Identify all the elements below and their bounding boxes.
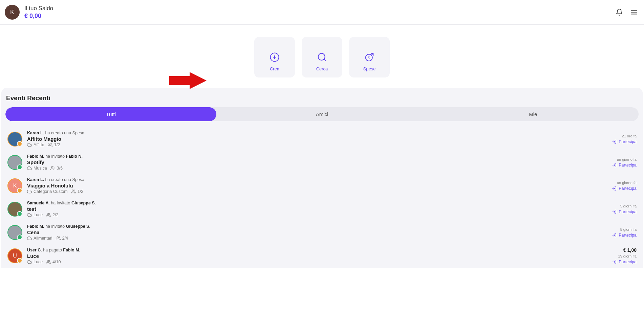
event-category-label: Musica xyxy=(34,166,47,171)
expenses-label: Spese xyxy=(363,66,376,71)
join-icon xyxy=(612,139,617,144)
event-category: Affitto xyxy=(27,142,44,147)
event-actor: Karen L. xyxy=(27,131,45,135)
event-actor: Fabio M. xyxy=(27,154,45,159)
event-activity-line: Fabio M. ha invitato Fabio N. xyxy=(27,154,607,159)
balance-block: Il tuo Saldo € 0,00 xyxy=(24,5,53,20)
cloud-icon xyxy=(27,142,32,147)
event-body: User C. ha pagato Fabio M. Luce Luce 4/1… xyxy=(27,248,607,264)
users-icon xyxy=(50,166,55,171)
event-meta: Luce 4/10 xyxy=(27,260,607,264)
event-target: Fabio N. xyxy=(66,154,83,159)
event-time: un giorno fa xyxy=(617,181,637,185)
expenses-icon: $ xyxy=(364,52,374,62)
cloud-icon xyxy=(27,189,32,194)
event-body: Fabio M. ha invitato Fabio N. Spotify Mu… xyxy=(27,154,607,171)
event-list: Karen L. ha creato una Spesa Affitto Mag… xyxy=(5,127,639,268)
status-badge-icon xyxy=(17,235,22,240)
expenses-card[interactable]: $ Spese xyxy=(349,37,390,77)
join-icon xyxy=(612,209,617,214)
tab-all[interactable]: Tutti xyxy=(5,107,216,121)
event-category: Categoria Custom xyxy=(27,189,68,194)
event-row[interactable]: Samuele A. ha invitato Giuseppe S. test … xyxy=(5,197,639,221)
event-body: Karen L. ha creato una Spesa Viaggio a H… xyxy=(27,177,607,194)
event-category-label: Luce xyxy=(34,260,43,264)
event-body: Karen L. ha creato una Spesa Affitto Mag… xyxy=(27,131,607,147)
event-avatar-letter: K xyxy=(13,183,17,189)
status-badge-icon xyxy=(17,141,22,147)
event-meta: Categoria Custom 1/2 xyxy=(27,189,607,194)
event-avatar: U xyxy=(7,248,22,263)
join-icon xyxy=(612,186,617,191)
join-label: Partecipa xyxy=(619,260,637,264)
recent-events-section: Eventi Recenti Tutti Amici Mie Karen L. … xyxy=(1,88,643,268)
event-avatar xyxy=(7,202,22,217)
user-avatar[interactable]: K xyxy=(5,5,20,20)
event-avatar: K xyxy=(7,178,22,193)
users-icon xyxy=(46,213,51,217)
join-button[interactable]: Partecipa xyxy=(612,186,637,191)
event-body: Fabio M. ha invitato Giuseppe S. Cena Al… xyxy=(27,224,607,241)
header-left: K Il tuo Saldo € 0,00 xyxy=(5,5,53,20)
event-row[interactable]: U User C. ha pagato Fabio M. Luce Luce 4… xyxy=(5,244,639,268)
header-right xyxy=(616,8,638,16)
search-label: Cerca xyxy=(316,66,328,71)
event-count: 3/5 xyxy=(57,166,63,171)
join-label: Partecipa xyxy=(619,139,637,144)
event-row[interactable]: Fabio M. ha invitato Giuseppe S. Cena Al… xyxy=(5,221,639,244)
search-card[interactable]: Cerca xyxy=(302,37,342,77)
event-row[interactable]: Karen L. ha creato una Spesa Affitto Mag… xyxy=(5,127,639,151)
event-count: 1/2 xyxy=(54,142,60,147)
event-title: Luce xyxy=(27,253,607,259)
event-actor: Samuele A. xyxy=(27,201,51,205)
event-right: un giorno fa Partecipa xyxy=(612,157,637,168)
join-icon xyxy=(612,260,617,264)
join-button[interactable]: Partecipa xyxy=(612,209,637,214)
users-icon xyxy=(71,189,76,194)
event-category: Luce xyxy=(27,260,43,264)
tab-friends[interactable]: Amici xyxy=(216,107,427,121)
users-icon xyxy=(46,260,51,264)
join-button[interactable]: Partecipa xyxy=(612,233,637,238)
event-title: Spotify xyxy=(27,159,607,165)
join-button[interactable]: Partecipa xyxy=(612,139,637,144)
event-count: 1/2 xyxy=(78,189,83,194)
create-card[interactable]: Crea xyxy=(254,37,295,77)
section-title: Eventi Recenti xyxy=(6,94,639,102)
event-right: 5 giorni fa Partecipa xyxy=(612,227,637,238)
actions-row: Crea Cerca $ Spese xyxy=(0,25,644,88)
event-participants: 3/5 xyxy=(50,166,63,171)
event-meta: Alimentari 2/4 xyxy=(27,236,607,241)
event-avatar-letter: U xyxy=(13,253,17,259)
status-badge-icon xyxy=(17,211,22,217)
status-badge-icon xyxy=(17,164,22,170)
event-time: 5 giorni fa xyxy=(620,227,637,231)
event-count: 2/2 xyxy=(52,213,58,217)
event-verb: ha invitato xyxy=(45,224,66,229)
event-right: 21 ore fa Partecipa xyxy=(612,134,637,144)
event-target: Giuseppe S. xyxy=(71,201,96,205)
join-button[interactable]: Partecipa xyxy=(612,260,637,264)
event-time: 5 giorni fa xyxy=(620,204,637,208)
join-label: Partecipa xyxy=(619,233,637,238)
event-participants: 1/2 xyxy=(71,189,83,194)
tab-mine[interactable]: Mie xyxy=(428,107,639,121)
cloud-icon xyxy=(27,166,32,171)
balance-value: € 0,00 xyxy=(24,13,53,20)
event-time: 21 ore fa xyxy=(622,134,637,138)
event-participants: 4/10 xyxy=(46,260,61,264)
join-button[interactable]: Partecipa xyxy=(612,163,637,168)
event-title: Viaggio a Honolulu xyxy=(27,183,607,188)
join-label: Partecipa xyxy=(619,163,637,168)
event-row[interactable]: K Karen L. ha creato una Spesa Viaggio a… xyxy=(5,174,639,197)
event-row[interactable]: Fabio M. ha invitato Fabio N. Spotify Mu… xyxy=(5,151,639,174)
event-participants: 2/4 xyxy=(56,236,68,241)
bell-icon[interactable] xyxy=(616,8,623,16)
join-icon xyxy=(612,233,617,238)
event-title: Cena xyxy=(27,229,607,235)
event-right: € 1,00 19 giorni fa Partecipa xyxy=(612,247,637,264)
event-activity-line: Fabio M. ha invitato Giuseppe S. xyxy=(27,224,607,229)
menu-icon[interactable] xyxy=(630,8,638,16)
svg-point-17 xyxy=(47,213,49,215)
event-participants: 2/2 xyxy=(46,213,58,217)
